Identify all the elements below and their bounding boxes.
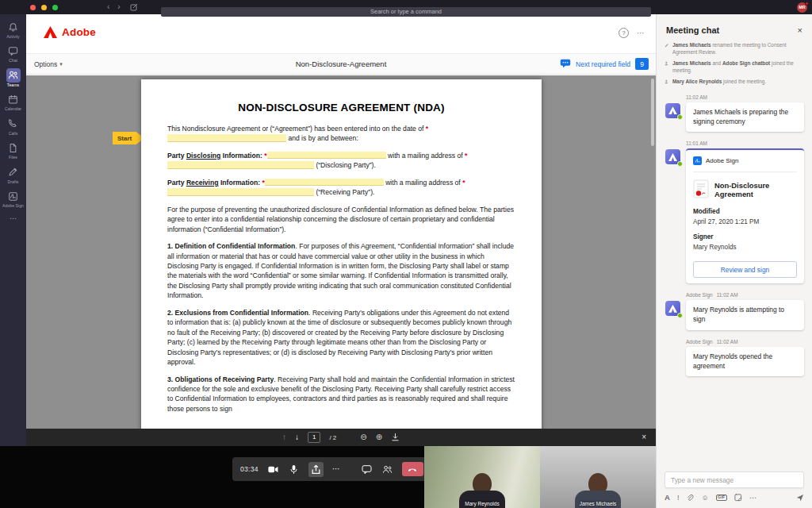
adobe-logo-icon: [44, 26, 57, 38]
chat-header: Meeting chat ×: [657, 14, 812, 42]
window-close-button[interactable]: [30, 5, 36, 10]
document-pager-bar: ↑ ↓ 1 / 2 ⊖ ⊕ ×: [26, 429, 656, 446]
adobe-sign-header: Adobe ? ⋯: [26, 14, 656, 54]
chat-message: 11:01 AM Adobe Sign: [665, 140, 804, 283]
sidebar-item-files[interactable]: Files: [6, 140, 21, 160]
camera-toggle-button[interactable]: [267, 464, 279, 475]
chat-icon: [6, 44, 21, 58]
sidebar-item-chat[interactable]: Chat: [6, 44, 21, 63]
participants-button[interactable]: [381, 464, 393, 475]
options-menu[interactable]: Options ▾: [34, 60, 63, 68]
card-document-row: Non-Disclosure Agreement: [693, 179, 797, 202]
nav-back-icon[interactable]: ‹: [107, 3, 109, 11]
required-fields-count-badge[interactable]: 9: [635, 58, 649, 70]
rail-label: Chat: [9, 59, 17, 63]
mic-toggle-button[interactable]: [288, 464, 300, 475]
adobe-sign-bot-avatar: [665, 301, 680, 316]
sidebar-item-teams[interactable]: Teams: [6, 68, 21, 87]
window-titlebar: ‹ › MR: [0, 0, 812, 14]
nda-page: NON-DISCLOSURE AGREEMENT (NDA) This Nond…: [141, 79, 542, 429]
nda-section-1: 1. Definition of Confidential Informatio…: [167, 241, 515, 301]
window-zoom-button[interactable]: [52, 5, 58, 10]
adobe-logo-icon: [668, 106, 677, 114]
nda-party-receiving: Party Receiving Information: * with a ma…: [167, 178, 515, 198]
disclosing-party-name-field[interactable]: [267, 152, 386, 160]
required-marker: *: [426, 125, 428, 133]
sidebar-item-drafts[interactable]: Drafts: [6, 165, 21, 184]
sidebar-item-activity[interactable]: Activity: [6, 20, 21, 39]
required-marker: *: [465, 152, 467, 160]
document-scrollbar[interactable]: [651, 79, 654, 146]
adobe-sign-icon: [6, 189, 20, 203]
document-title: Non-Disclosure-Agreement: [296, 60, 387, 68]
rail-label: Files: [9, 156, 17, 160]
receiving-party-address-field[interactable]: [167, 188, 314, 196]
comments-icon[interactable]: [560, 57, 571, 71]
nav-forward-icon[interactable]: ›: [117, 3, 120, 11]
start-signing-tag[interactable]: Start: [113, 132, 144, 144]
message-bubble: James Michaels is preparing the signing …: [686, 102, 804, 133]
more-actions-icon[interactable]: ⋯: [332, 465, 340, 473]
command-search: [161, 2, 651, 12]
document-toolbar: Options ▾ Non-Disclosure-Agreement Next …: [26, 54, 656, 75]
meeting-chat-button[interactable]: [361, 464, 373, 475]
current-page-input[interactable]: 1: [308, 432, 320, 443]
meeting-stage: 03:34 ⋯: [0, 446, 656, 508]
more-options-icon[interactable]: ⋯: [637, 29, 645, 37]
participant-video-tile[interactable]: Mary Reynolds: [424, 446, 540, 508]
receiving-party-name-field[interactable]: [265, 179, 384, 187]
sticker-icon[interactable]: [734, 494, 742, 502]
sidebar-item-calls[interactable]: Calls: [6, 117, 21, 136]
sidebar-item-adobe-sign[interactable]: Adobe Sign: [2, 189, 24, 208]
close-chat-icon[interactable]: ×: [798, 26, 802, 35]
join-icon: [665, 61, 669, 66]
date-field[interactable]: [167, 134, 286, 142]
screen-share-button[interactable]: [308, 462, 324, 477]
message-timestamp: 11:01 AM: [686, 140, 707, 146]
zoom-out-icon[interactable]: ⊖: [360, 433, 366, 441]
app-rail: Activity Chat Teams Calendar Calls: [0, 14, 26, 446]
message-bubble: Mary Reynolds is attempting to sign: [686, 300, 804, 330]
emoji-icon[interactable]: ☺: [701, 495, 708, 502]
document-viewer: Start NON-DISCLOSURE AGREEMENT (NDA) Thi…: [26, 75, 656, 429]
card-app-row: Adobe Sign: [693, 156, 797, 171]
new-message-input[interactable]: [665, 471, 804, 488]
adobe-sign-bot-avatar: [665, 149, 680, 164]
system-message: Mary Alice Reynolds joined the meeting.: [665, 79, 804, 86]
nda-title: NON-DISCLOSURE AGREEMENT (NDA): [167, 102, 515, 114]
help-icon[interactable]: ?: [619, 28, 629, 38]
new-chat-icon[interactable]: [130, 3, 138, 11]
adobe-sign-app-icon: [693, 156, 702, 165]
download-icon[interactable]: [391, 430, 400, 444]
adobe-sign-bot-avatar: [665, 103, 680, 118]
window-minimize-button[interactable]: [41, 5, 47, 10]
signer-label: Signer: [693, 233, 797, 241]
send-message-icon[interactable]: [796, 494, 804, 502]
disclosing-party-address-field[interactable]: [167, 161, 314, 169]
participant-video-tile[interactable]: James Michaels: [540, 446, 656, 508]
hang-up-button[interactable]: [402, 462, 423, 476]
adobe-logo-icon: [668, 153, 677, 161]
page-down-icon[interactable]: ↓: [295, 433, 299, 441]
search-input[interactable]: [161, 7, 651, 17]
page-up-icon[interactable]: ↑: [282, 433, 286, 441]
priority-icon[interactable]: !: [677, 495, 680, 502]
sidebar-item-calendar[interactable]: Calendar: [5, 92, 21, 111]
calendar-icon: [6, 92, 21, 106]
compose-more-icon[interactable]: ⋯: [749, 495, 756, 502]
adobe-logo-icon: [668, 305, 677, 313]
zoom-in-icon[interactable]: ⊕: [376, 433, 382, 441]
review-and-sign-button[interactable]: Review and sign: [693, 261, 797, 278]
chat-message-list[interactable]: James Michaels renamed the meeting to Co…: [657, 42, 812, 465]
presence-available-icon: [677, 114, 683, 120]
rail-more-apps-icon[interactable]: ⋯: [10, 215, 17, 222]
gif-icon[interactable]: GIF: [716, 495, 727, 502]
chat-message: Adobe Sign 11:02 AM Mary Reynolds opened…: [665, 339, 804, 377]
next-required-field-button[interactable]: Next required field: [576, 60, 630, 68]
close-viewer-icon[interactable]: ×: [642, 433, 646, 441]
attach-icon[interactable]: [686, 494, 694, 502]
format-icon[interactable]: A: [665, 494, 670, 502]
modified-value: April 27, 2020 1:21 PM: [693, 217, 797, 226]
signer-value: Mary Reynolds: [693, 243, 797, 252]
notification-dot: [805, 2, 809, 6]
